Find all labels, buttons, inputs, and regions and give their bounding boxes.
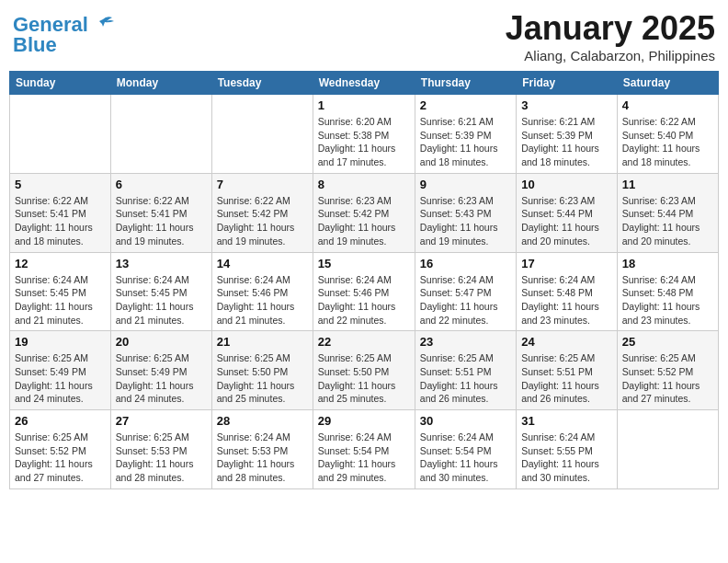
calendar-day-cell: 8Sunrise: 6:23 AMSunset: 5:42 PMDaylight…: [313, 173, 415, 252]
day-info: Sunrise: 6:24 AMSunset: 5:46 PMDaylight:…: [318, 273, 410, 327]
day-info: Sunrise: 6:25 AMSunset: 5:49 PMDaylight:…: [15, 351, 106, 406]
day-info: Sunrise: 6:24 AMSunset: 5:46 PMDaylight:…: [217, 273, 308, 327]
calendar-day-cell: 20Sunrise: 6:25 AMSunset: 5:49 PMDayligh…: [110, 331, 211, 410]
day-info: Sunrise: 6:22 AMSunset: 5:41 PMDaylight:…: [15, 194, 106, 248]
day-number: 5: [15, 178, 106, 191]
calendar-day-cell: 15Sunrise: 6:24 AMSunset: 5:46 PMDayligh…: [313, 252, 415, 331]
calendar-day-cell: 5Sunrise: 6:22 AMSunset: 5:41 PMDaylight…: [10, 173, 111, 252]
calendar-day-cell: 7Sunrise: 6:22 AMSunset: 5:42 PMDaylight…: [211, 173, 313, 252]
day-info: Sunrise: 6:24 AMSunset: 5:47 PMDaylight:…: [420, 273, 511, 327]
day-number: 22: [318, 335, 410, 349]
day-info: Sunrise: 6:25 AMSunset: 5:52 PMDaylight:…: [622, 351, 713, 406]
calendar-day-cell: 1Sunrise: 6:20 AMSunset: 5:38 PMDaylight…: [313, 95, 415, 174]
location-subtitle: Aliang, Calabarzon, Philippines: [506, 48, 715, 63]
day-number: 29: [318, 414, 410, 428]
calendar-day-cell: 10Sunrise: 6:23 AMSunset: 5:44 PMDayligh…: [517, 173, 618, 252]
calendar-day-cell: 23Sunrise: 6:25 AMSunset: 5:51 PMDayligh…: [415, 331, 516, 410]
day-number: 20: [116, 335, 207, 349]
calendar-day-cell: 21Sunrise: 6:25 AMSunset: 5:50 PMDayligh…: [211, 331, 313, 410]
empty-cell: [10, 95, 111, 174]
calendar-table: SundayMondayTuesdayWednesdayThursdayFrid…: [9, 71, 719, 489]
calendar-day-cell: 27Sunrise: 6:25 AMSunset: 5:53 PMDayligh…: [110, 410, 211, 489]
day-number: 3: [521, 98, 612, 112]
month-title: January 2025: [506, 9, 715, 48]
calendar-day-cell: 16Sunrise: 6:24 AMSunset: 5:47 PMDayligh…: [415, 252, 516, 331]
day-info: Sunrise: 6:24 AMSunset: 5:54 PMDaylight:…: [318, 431, 410, 485]
calendar-week-row: 12Sunrise: 6:24 AMSunset: 5:45 PMDayligh…: [10, 252, 719, 331]
day-info: Sunrise: 6:23 AMSunset: 5:44 PMDaylight:…: [521, 194, 612, 248]
day-info: Sunrise: 6:24 AMSunset: 5:48 PMDaylight:…: [622, 273, 713, 327]
day-number: 7: [217, 178, 308, 191]
weekday-header: Wednesday: [313, 72, 415, 95]
day-number: 1: [318, 98, 410, 112]
day-number: 6: [116, 178, 207, 191]
title-area: January 2025 Aliang, Calabarzon, Philipp…: [506, 9, 715, 63]
calendar-day-cell: 22Sunrise: 6:25 AMSunset: 5:50 PMDayligh…: [313, 331, 415, 410]
calendar-day-cell: 9Sunrise: 6:23 AMSunset: 5:43 PMDaylight…: [415, 173, 516, 252]
calendar-week-row: 1Sunrise: 6:20 AMSunset: 5:38 PMDaylight…: [10, 95, 719, 174]
logo: GeneralBlue: [13, 15, 118, 55]
empty-cell: [211, 95, 313, 174]
day-number: 17: [521, 257, 612, 270]
day-number: 2: [420, 98, 511, 112]
day-number: 23: [420, 335, 511, 349]
day-info: Sunrise: 6:24 AMSunset: 5:55 PMDaylight:…: [521, 431, 612, 485]
calendar-day-cell: 13Sunrise: 6:24 AMSunset: 5:45 PMDayligh…: [110, 252, 211, 331]
logo-bird-icon: [90, 12, 118, 40]
day-number: 21: [217, 335, 308, 349]
day-number: 27: [116, 414, 207, 428]
calendar-day-cell: 30Sunrise: 6:24 AMSunset: 5:54 PMDayligh…: [415, 410, 516, 489]
empty-cell: [617, 410, 718, 489]
calendar-day-cell: 14Sunrise: 6:24 AMSunset: 5:46 PMDayligh…: [211, 252, 313, 331]
calendar-day-cell: 28Sunrise: 6:24 AMSunset: 5:53 PMDayligh…: [211, 410, 313, 489]
calendar-day-cell: 25Sunrise: 6:25 AMSunset: 5:52 PMDayligh…: [617, 331, 718, 410]
calendar-day-cell: 31Sunrise: 6:24 AMSunset: 5:55 PMDayligh…: [517, 410, 618, 489]
calendar-week-row: 5Sunrise: 6:22 AMSunset: 5:41 PMDaylight…: [10, 173, 719, 252]
day-info: Sunrise: 6:23 AMSunset: 5:44 PMDaylight:…: [622, 194, 713, 248]
day-info: Sunrise: 6:22 AMSunset: 5:40 PMDaylight:…: [622, 115, 713, 169]
day-number: 8: [318, 178, 410, 191]
day-info: Sunrise: 6:25 AMSunset: 5:51 PMDaylight:…: [521, 351, 612, 406]
day-info: Sunrise: 6:25 AMSunset: 5:50 PMDaylight:…: [217, 351, 308, 406]
day-info: Sunrise: 6:25 AMSunset: 5:51 PMDaylight:…: [420, 351, 511, 406]
day-number: 28: [217, 414, 308, 428]
day-number: 15: [318, 257, 410, 270]
day-number: 30: [420, 414, 511, 428]
calendar-day-cell: 26Sunrise: 6:25 AMSunset: 5:52 PMDayligh…: [10, 410, 111, 489]
calendar-day-cell: 24Sunrise: 6:25 AMSunset: 5:51 PMDayligh…: [517, 331, 618, 410]
calendar-week-row: 19Sunrise: 6:25 AMSunset: 5:49 PMDayligh…: [10, 331, 719, 410]
day-info: Sunrise: 6:20 AMSunset: 5:38 PMDaylight:…: [318, 115, 410, 169]
weekday-header-row: SundayMondayTuesdayWednesdayThursdayFrid…: [10, 72, 719, 95]
day-info: Sunrise: 6:24 AMSunset: 5:54 PMDaylight:…: [420, 431, 511, 485]
day-info: Sunrise: 6:25 AMSunset: 5:49 PMDaylight:…: [116, 351, 207, 406]
day-info: Sunrise: 6:24 AMSunset: 5:45 PMDaylight:…: [116, 273, 207, 327]
day-info: Sunrise: 6:22 AMSunset: 5:42 PMDaylight:…: [217, 194, 308, 248]
calendar-day-cell: 18Sunrise: 6:24 AMSunset: 5:48 PMDayligh…: [617, 252, 718, 331]
weekday-header: Tuesday: [211, 72, 313, 95]
day-number: 13: [116, 257, 207, 270]
weekday-header: Sunday: [10, 72, 111, 95]
day-number: 14: [217, 257, 308, 270]
day-number: 31: [521, 414, 612, 428]
logo-text: GeneralBlue: [13, 15, 88, 55]
day-number: 18: [622, 257, 713, 270]
calendar-day-cell: 19Sunrise: 6:25 AMSunset: 5:49 PMDayligh…: [10, 331, 111, 410]
day-number: 9: [420, 178, 511, 191]
weekday-header: Thursday: [415, 72, 516, 95]
calendar-day-cell: 11Sunrise: 6:23 AMSunset: 5:44 PMDayligh…: [617, 173, 718, 252]
day-info: Sunrise: 6:23 AMSunset: 5:43 PMDaylight:…: [420, 194, 511, 248]
day-info: Sunrise: 6:25 AMSunset: 5:53 PMDaylight:…: [116, 431, 207, 485]
day-number: 12: [15, 257, 106, 270]
day-info: Sunrise: 6:24 AMSunset: 5:53 PMDaylight:…: [217, 431, 308, 485]
day-info: Sunrise: 6:23 AMSunset: 5:42 PMDaylight:…: [318, 194, 410, 248]
day-number: 26: [15, 414, 106, 428]
empty-cell: [110, 95, 211, 174]
day-info: Sunrise: 6:21 AMSunset: 5:39 PMDaylight:…: [420, 115, 511, 169]
calendar-day-cell: 17Sunrise: 6:24 AMSunset: 5:48 PMDayligh…: [517, 252, 618, 331]
weekday-header: Monday: [110, 72, 211, 95]
day-number: 10: [521, 178, 612, 191]
day-number: 4: [622, 98, 713, 112]
day-number: 19: [15, 335, 106, 349]
day-info: Sunrise: 6:21 AMSunset: 5:39 PMDaylight:…: [521, 115, 612, 169]
calendar-day-cell: 3Sunrise: 6:21 AMSunset: 5:39 PMDaylight…: [517, 95, 618, 174]
